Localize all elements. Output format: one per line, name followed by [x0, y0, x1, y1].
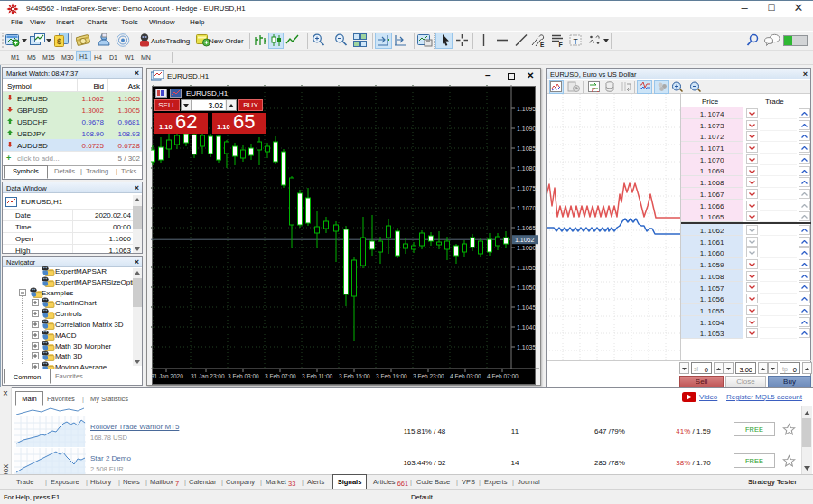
svg-text:E: E: [540, 42, 545, 48]
svg-text:3 Feb 23:00: 3 Feb 23:00: [413, 373, 444, 379]
svg-text:3 Feb 11:00: 3 Feb 11:00: [302, 373, 333, 379]
svg-text:F: F: [559, 42, 564, 48]
svg-text:1.1090: 1.1090: [517, 126, 537, 132]
svg-text:1.1070: 1.1070: [517, 205, 537, 211]
svg-text:3 Feb 15:00: 3 Feb 15:00: [339, 373, 370, 379]
svg-text:31 Jan 23:00: 31 Jan 23:00: [191, 373, 225, 379]
svg-text:1.1085: 1.1085: [517, 145, 537, 152]
svg-text:1.1062: 1.1062: [515, 237, 535, 243]
svg-text:4 Feb 03:00: 4 Feb 03:00: [450, 373, 481, 379]
svg-text:1.1045: 1.1045: [517, 304, 537, 311]
svg-text:1.1065: 1.1065: [517, 225, 537, 231]
svg-text:1.1060: 1.1060: [517, 245, 537, 251]
svg-text:1.1035: 1.1035: [517, 344, 537, 350]
svg-text:3 Feb 19:00: 3 Feb 19:00: [376, 373, 407, 379]
svg-text:1.1075: 1.1075: [517, 185, 537, 191]
svg-text:1.1080: 1.1080: [517, 165, 537, 172]
svg-text:T: T: [573, 37, 577, 46]
svg-text:3 Feb 03:00: 3 Feb 03:00: [228, 373, 259, 379]
svg-text:1.1055: 1.1055: [517, 265, 537, 271]
svg-text:1.1050: 1.1050: [517, 285, 537, 291]
svg-text:1.1095: 1.1095: [517, 106, 537, 112]
svg-text:1.1040: 1.1040: [517, 324, 537, 331]
svg-text:31 Jan 2020: 31 Jan 2020: [151, 373, 183, 379]
svg-text:3 Feb 07:00: 3 Feb 07:00: [265, 373, 296, 379]
svg-text:$: $: [57, 37, 61, 46]
svg-text:4 Feb 07:00: 4 Feb 07:00: [487, 373, 519, 379]
